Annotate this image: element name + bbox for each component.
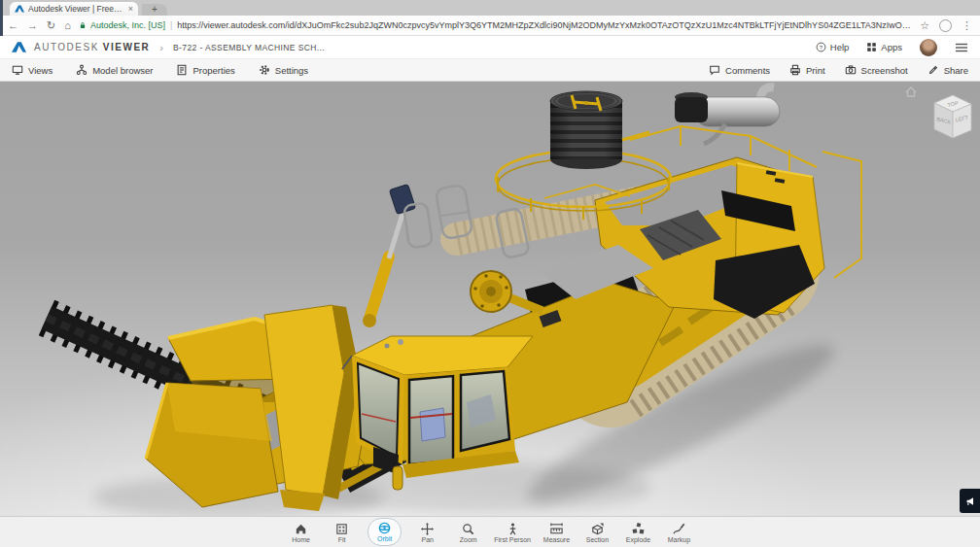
- tab-title: Autodesk Viewer | Free Online F...: [28, 4, 124, 14]
- tool-section[interactable]: Section: [582, 522, 612, 543]
- markup-icon: [672, 522, 686, 536]
- fit-icon: [334, 522, 349, 536]
- tool-first-person[interactable]: First Person: [494, 522, 531, 543]
- cable-reel: [550, 91, 622, 169]
- viewer-bottom-toolbar: Home Fit Orbit Pan Zoom First: [0, 516, 980, 547]
- url-divider: |: [170, 20, 172, 30]
- megaphone-icon: [964, 496, 976, 507]
- settings-label: Settings: [275, 65, 308, 76]
- autodesk-favicon: [15, 4, 24, 14]
- tool-markup[interactable]: Markup: [664, 522, 694, 543]
- browser-tab[interactable]: Autodesk Viewer | Free Online F... ×: [10, 2, 138, 16]
- apps-grid-icon: [866, 42, 877, 52]
- window-edge: [0, 0, 3, 36]
- print-button[interactable]: Print: [789, 64, 825, 76]
- screenshot-camera-icon: [845, 64, 857, 76]
- tool-label: Orbit: [377, 535, 392, 542]
- screenshot-label: Screenshot: [861, 65, 908, 76]
- tool-label: Fit: [338, 536, 346, 543]
- share-button[interactable]: Share: [928, 64, 968, 76]
- browser-profile-avatar[interactable]: [939, 19, 952, 32]
- tool-label: Home: [292, 536, 310, 543]
- back-icon[interactable]: ←: [8, 20, 18, 31]
- model-browser-button[interactable]: Model browser: [76, 64, 153, 76]
- view-cube[interactable]: TOP BACK LEFT: [914, 91, 974, 148]
- viewer-canvas[interactable]: TOP BACK LEFT: [0, 82, 980, 516]
- tool-label: Zoom: [460, 536, 477, 543]
- feedback-button[interactable]: [960, 489, 980, 513]
- lock-icon: [80, 20, 86, 30]
- exhaust-muffler: [675, 87, 780, 144]
- tool-label: Explode: [626, 536, 650, 543]
- tool-orbit[interactable]: Orbit: [368, 518, 402, 546]
- tool-label: Markup: [668, 536, 690, 543]
- new-tab-button[interactable]: +: [142, 4, 167, 16]
- machine-3d-model[interactable]: [0, 82, 980, 516]
- screenshot-button[interactable]: Screenshot: [845, 64, 908, 76]
- comments-button[interactable]: Comments: [709, 64, 770, 76]
- section-icon: [590, 522, 605, 536]
- autodesk-logo: [12, 41, 26, 53]
- breadcrumb[interactable]: B-722 - ASSEMBLY MACHINE SCH...: [173, 43, 325, 52]
- tool-explode[interactable]: Explode: [623, 522, 653, 543]
- url-text: https://viewer.autodesk.com/id/dXJuOmFkc…: [177, 20, 911, 30]
- forward-icon[interactable]: →: [27, 20, 38, 31]
- properties-icon: [176, 64, 188, 76]
- tool-label: Section: [586, 536, 609, 543]
- reload-icon[interactable]: ↻: [47, 20, 55, 31]
- svg-text:?: ?: [820, 45, 823, 51]
- bookmark-star-icon[interactable]: ☆: [920, 20, 929, 31]
- orbit-icon: [377, 521, 392, 535]
- apps-button[interactable]: Apps: [866, 42, 902, 52]
- tool-label: Pan: [421, 536, 433, 543]
- tool-zoom[interactable]: Zoom: [453, 522, 483, 543]
- tool-pan[interactable]: Pan: [412, 522, 442, 543]
- brand-viewer: VIEWER: [103, 42, 150, 52]
- help-label: Help: [830, 42, 850, 52]
- tab-close-icon[interactable]: ×: [128, 4, 133, 14]
- security-badge: Autodesk, Inc. [US]: [90, 20, 165, 30]
- machine-body: [47, 87, 861, 511]
- help-icon: ?: [816, 42, 826, 52]
- settings-gear-icon: [259, 64, 270, 76]
- tool-label: First Person: [494, 536, 531, 543]
- browser-tab-bar: Autodesk Viewer | Free Online F... × +: [0, 0, 980, 16]
- browser-home-icon[interactable]: ⌂: [64, 20, 71, 31]
- viewer-toolbar: Views Model browser Properties Settings: [0, 59, 980, 82]
- browser-menu-icon[interactable]: ⋮: [962, 20, 972, 31]
- share-label: Share: [944, 65, 968, 76]
- app-header: AUTODESK VIEWER › B-722 - ASSEMBLY MACHI…: [0, 36, 980, 59]
- tool-label: Measure: [543, 536, 570, 543]
- zoom-icon: [461, 522, 475, 536]
- settings-button[interactable]: Settings: [259, 64, 308, 76]
- tool-measure[interactable]: Measure: [542, 522, 572, 543]
- apps-label: Apps: [881, 42, 902, 52]
- model-browser-icon: [76, 64, 88, 76]
- views-icon: [12, 64, 23, 76]
- brand: AUTODESK VIEWER: [34, 42, 150, 52]
- home-icon: [294, 522, 308, 536]
- comments-label: Comments: [725, 65, 770, 76]
- print-icon: [789, 64, 801, 76]
- tool-home[interactable]: Home: [286, 522, 316, 543]
- hamburger-menu-icon[interactable]: [955, 42, 968, 53]
- browser-address-bar: ← → ↻ ⌂ Autodesk, Inc. [US] | https://vi…: [0, 16, 980, 36]
- model-browser-label: Model browser: [92, 65, 153, 76]
- views-button[interactable]: Views: [12, 64, 52, 76]
- share-icon: [928, 64, 939, 76]
- help-button[interactable]: ? Help: [816, 42, 850, 52]
- explode-icon: [631, 522, 646, 536]
- url-field[interactable]: Autodesk, Inc. [US] | https://viewer.aut…: [80, 20, 911, 30]
- comments-icon: [709, 64, 720, 76]
- breadcrumb-chevron-icon: ›: [159, 42, 163, 53]
- views-label: Views: [28, 65, 52, 76]
- brand-autodesk: AUTODESK: [34, 42, 99, 52]
- measure-icon: [549, 522, 564, 536]
- first-person-icon: [506, 522, 520, 536]
- user-avatar[interactable]: [920, 39, 937, 56]
- pan-icon: [420, 522, 435, 536]
- properties-button[interactable]: Properties: [176, 64, 234, 76]
- tool-fit[interactable]: Fit: [327, 522, 357, 543]
- print-label: Print: [806, 65, 825, 76]
- properties-label: Properties: [192, 65, 234, 76]
